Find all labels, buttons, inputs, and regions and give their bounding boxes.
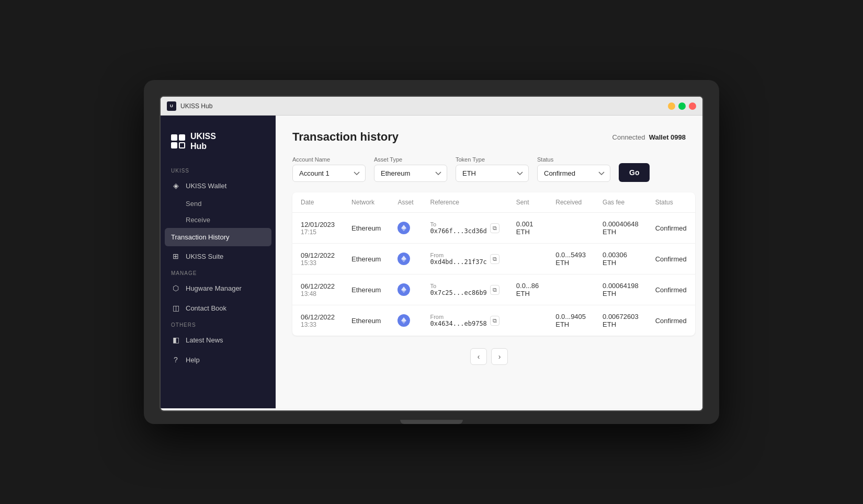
asset-icon-2 xyxy=(398,283,410,296)
wallet-label: Wallet 0998 xyxy=(649,133,686,141)
sidebar-item-label-hugware: Hugware Manager xyxy=(186,284,242,292)
cell-asset-3 xyxy=(389,305,422,336)
cell-status-3: Confirmed xyxy=(647,305,695,336)
section-others-label: OTHERS xyxy=(161,318,276,330)
next-page-button[interactable]: › xyxy=(491,348,508,365)
cell-received-3: 0.0...9405 ETH xyxy=(547,305,594,336)
help-icon: ? xyxy=(171,355,180,364)
asset-icon-1 xyxy=(398,253,410,265)
go-button[interactable]: Go xyxy=(619,163,650,182)
copy-ref-button-2[interactable]: ⧉ xyxy=(490,285,499,295)
copy-ref-button-1[interactable]: ⧉ xyxy=(490,254,499,264)
cell-asset-1 xyxy=(389,244,422,274)
col-date: Date xyxy=(292,192,343,213)
prev-page-button[interactable]: ‹ xyxy=(470,348,487,365)
status-label: Status xyxy=(537,156,610,163)
cell-date-2: 06/12/2022 13:48 xyxy=(292,274,343,305)
cell-status-0: Confirmed xyxy=(647,213,695,244)
sidebar-item-suite[interactable]: ⊞ UKISS Suite xyxy=(161,246,276,266)
col-sent: Sent xyxy=(508,192,547,213)
main-content: Transaction history Connected Wallet 099… xyxy=(276,116,702,408)
wallet-icon: ◈ xyxy=(171,181,180,190)
col-gas-fee: Gas fee xyxy=(594,192,647,213)
cell-ref-3: From 0x4634...eb9758 ⧉ xyxy=(422,305,507,336)
connected-label: Connected xyxy=(612,133,645,141)
sidebar-item-hugware[interactable]: ⬡ Hugware Manager xyxy=(161,278,276,298)
laptop-frame: U UKISS Hub － ＋ ✕ xyxy=(144,80,719,424)
asset-icon-0 xyxy=(398,222,410,234)
cell-ref-2: To 0x7c25...ec86b9 ⧉ xyxy=(422,274,507,305)
sidebar-item-label-tx-history: Transaction History xyxy=(171,233,230,241)
sidebar-item-tx-history[interactable]: Transaction History xyxy=(165,228,271,246)
col-reference: Reference xyxy=(422,192,507,213)
sidebar-item-send[interactable]: Send xyxy=(161,196,276,212)
sidebar-item-label-send: Send xyxy=(186,200,201,208)
asset-type-select[interactable]: Ethereum xyxy=(374,165,447,182)
account-name-select[interactable]: Account 1 xyxy=(292,165,366,182)
token-type-select[interactable]: ETH xyxy=(456,165,529,182)
account-name-label: Account Name xyxy=(292,156,366,163)
table-header-row: Date Network Asset Reference Sent Receiv… xyxy=(292,192,695,213)
sidebar-item-news[interactable]: ◧ Latest News xyxy=(161,330,276,350)
maximize-button[interactable]: ＋ xyxy=(678,102,686,110)
connected-info: Connected Wallet 0998 xyxy=(612,133,686,141)
cell-gas-fee-2: 0.00064198 ETH xyxy=(594,274,647,305)
asset-type-label: Asset Type xyxy=(374,156,447,163)
cell-date-1: 09/12/2022 15:33 xyxy=(292,244,343,274)
copy-ref-button-3[interactable]: ⧉ xyxy=(490,316,499,326)
col-received: Received xyxy=(547,192,594,213)
sidebar-item-label-suite: UKISS Suite xyxy=(186,253,223,260)
filter-asset-type: Asset Type Ethereum xyxy=(374,156,447,182)
cell-status-2: Confirmed xyxy=(647,274,695,305)
status-select[interactable]: Confirmed xyxy=(537,165,610,182)
status-badge-1: Confirmed xyxy=(655,255,687,263)
filters-row: Account Name Account 1 Asset Type Ethere… xyxy=(292,156,686,182)
sidebar-logo: UKISSHub xyxy=(161,126,276,164)
sidebar-item-contacts[interactable]: ◫ Contact Book xyxy=(161,298,276,318)
cell-gas-fee-0: 0.00040648 ETH xyxy=(594,213,647,244)
status-badge-2: Confirmed xyxy=(655,286,687,294)
laptop-screen: U UKISS Hub － ＋ ✕ xyxy=(160,96,703,411)
contacts-icon: ◫ xyxy=(171,303,180,313)
cell-network-2: Ethereum xyxy=(343,274,389,305)
asset-icon-3 xyxy=(398,314,410,327)
cell-network-3: Ethereum xyxy=(343,305,389,336)
titlebar-title: UKISS Hub xyxy=(180,102,664,110)
app-layout: UKISSHub UKISS ◈ UKISS Wallet Send Recei… xyxy=(161,116,702,408)
cell-received-0 xyxy=(547,213,594,244)
cell-date-0: 12/01/2023 17:15 xyxy=(292,213,343,244)
col-status: Status xyxy=(647,192,695,213)
cell-received-2 xyxy=(547,274,594,305)
sidebar-item-label-receive: Receive xyxy=(186,216,210,224)
sidebar-item-label-wallet: UKISS Wallet xyxy=(186,182,226,190)
app-window: U UKISS Hub － ＋ ✕ xyxy=(161,97,702,410)
copy-ref-button-0[interactable]: ⧉ xyxy=(490,223,499,233)
section-ukiss-label: UKISS xyxy=(161,164,276,176)
sidebar-item-help[interactable]: ? Help xyxy=(161,350,276,370)
sidebar-item-wallet[interactable]: ◈ UKISS Wallet xyxy=(161,176,276,196)
section-manage-label: MANAGE xyxy=(161,266,276,278)
cell-asset-2 xyxy=(389,274,422,305)
table-row: 09/12/2022 15:33 Ethereum From 0xd4bd...… xyxy=(292,244,695,274)
filter-token-type: Token Type ETH xyxy=(456,156,529,182)
cell-gas-fee-1: 0.00306 ETH xyxy=(594,244,647,274)
token-type-label: Token Type xyxy=(456,156,529,163)
window-controls: － ＋ ✕ xyxy=(668,102,696,110)
page-header: Transaction history Connected Wallet 099… xyxy=(292,130,686,144)
cell-received-1: 0.0...5493 ETH xyxy=(547,244,594,274)
app-logo-icon: U xyxy=(167,101,176,111)
table-row: 12/01/2023 17:15 Ethereum To 0x766f...3c… xyxy=(292,213,695,244)
cell-status-1: Confirmed xyxy=(647,244,695,274)
suite-icon: ⊞ xyxy=(171,251,180,261)
laptop-bottom xyxy=(160,414,703,424)
table-row: 06/12/2022 13:48 Ethereum To 0x7c25...ec… xyxy=(292,274,695,305)
sidebar-item-receive[interactable]: Receive xyxy=(161,212,276,228)
cell-network-0: Ethereum xyxy=(343,213,389,244)
brand-name: UKISSHub xyxy=(190,131,216,151)
status-badge-3: Confirmed xyxy=(655,317,687,325)
cell-sent-2: 0.0...86 ETH xyxy=(508,274,547,305)
cell-date-3: 06/12/2022 13:33 xyxy=(292,305,343,336)
minimize-button[interactable]: － xyxy=(668,102,675,110)
close-button[interactable]: ✕ xyxy=(689,102,696,110)
sidebar-item-label-contacts: Contact Book xyxy=(186,304,226,312)
